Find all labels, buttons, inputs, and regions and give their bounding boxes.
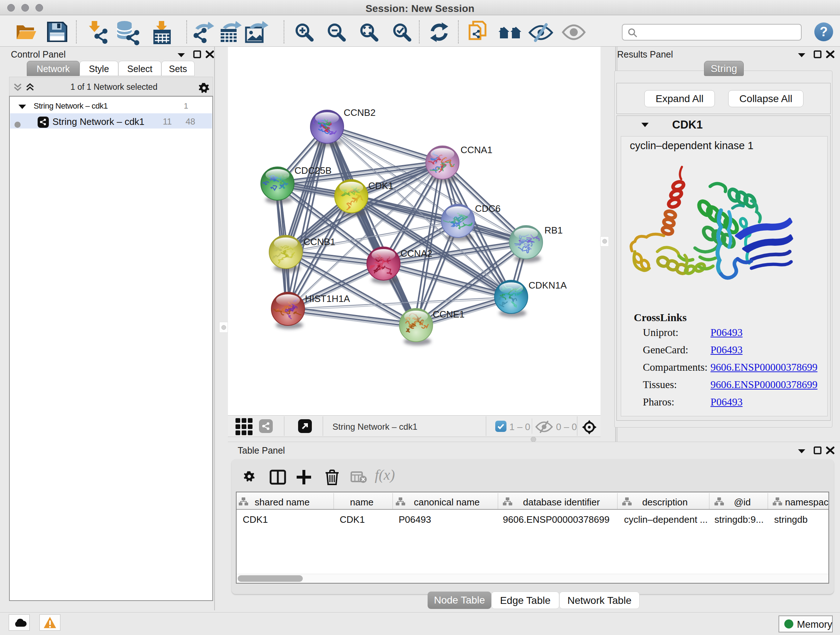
svg-text:CDC25B: CDC25B [294, 165, 332, 176]
svg-text:CCNB1: CCNB1 [303, 236, 335, 247]
svg-text:CCNE1: CCNE1 [433, 309, 464, 320]
svg-text:CDC6: CDC6 [475, 203, 501, 214]
svg-text:CCNB2: CCNB2 [344, 107, 376, 118]
svg-text:RB1: RB1 [545, 225, 563, 236]
svg-text:CCNA1: CCNA1 [461, 144, 493, 155]
svg-text:CDK1: CDK1 [368, 180, 393, 191]
svg-text:HIST1H1A: HIST1H1A [305, 293, 350, 304]
svg-text:CDKN1A: CDKN1A [529, 280, 567, 291]
svg-text:CCNA2: CCNA2 [401, 248, 432, 259]
